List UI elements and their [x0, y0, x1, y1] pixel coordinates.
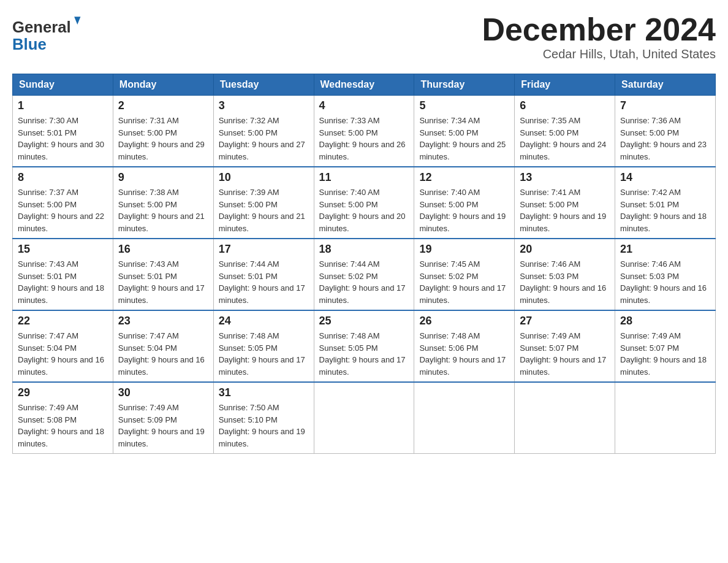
day-cell: 11 Sunrise: 7:40 AMSunset: 5:00 PMDaylig… — [314, 167, 414, 239]
day-number: 4 — [319, 99, 409, 112]
logo-svg: General Blue — [12, 12, 86, 55]
day-number: 30 — [118, 386, 208, 399]
day-info: Sunrise: 7:42 AMSunset: 5:01 PMDaylight:… — [620, 188, 707, 233]
day-number: 24 — [219, 315, 309, 327]
day-number: 2 — [118, 99, 208, 112]
day-info: Sunrise: 7:37 AMSunset: 5:00 PMDaylight:… — [18, 188, 104, 233]
day-number: 17 — [219, 243, 309, 256]
day-info: Sunrise: 7:31 AMSunset: 5:00 PMDaylight:… — [118, 116, 205, 161]
day-cell: 1 Sunrise: 7:30 AMSunset: 5:01 PMDayligh… — [13, 96, 113, 167]
day-cell — [515, 382, 615, 454]
day-number: 19 — [419, 243, 509, 256]
day-info: Sunrise: 7:41 AMSunset: 5:00 PMDaylight:… — [520, 188, 606, 233]
day-info: Sunrise: 7:46 AMSunset: 5:03 PMDaylight:… — [620, 259, 707, 305]
day-number: 21 — [620, 243, 710, 256]
day-cell: 21 Sunrise: 7:46 AMSunset: 5:03 PMDaylig… — [615, 239, 716, 310]
day-cell: 8 Sunrise: 7:37 AMSunset: 5:00 PMDayligh… — [13, 167, 113, 239]
day-info: Sunrise: 7:40 AMSunset: 5:00 PMDaylight:… — [319, 188, 406, 233]
day-number: 22 — [18, 315, 108, 327]
day-cell: 2 Sunrise: 7:31 AMSunset: 5:00 PMDayligh… — [113, 96, 213, 167]
weekday-header-row: SundayMondayTuesdayWednesdayThursdayFrid… — [13, 74, 716, 96]
weekday-header-friday: Friday — [515, 74, 615, 96]
day-info: Sunrise: 7:49 AMSunset: 5:08 PMDaylight:… — [18, 403, 104, 448]
day-cell: 19 Sunrise: 7:45 AMSunset: 5:02 PMDaylig… — [414, 239, 515, 310]
day-cell: 20 Sunrise: 7:46 AMSunset: 5:03 PMDaylig… — [515, 239, 615, 310]
day-info: Sunrise: 7:48 AMSunset: 5:05 PMDaylight:… — [319, 331, 406, 377]
day-number: 10 — [219, 171, 309, 184]
day-cell: 26 Sunrise: 7:48 AMSunset: 5:06 PMDaylig… — [414, 310, 515, 382]
day-cell: 5 Sunrise: 7:34 AMSunset: 5:00 PMDayligh… — [414, 96, 515, 167]
day-cell: 13 Sunrise: 7:41 AMSunset: 5:00 PMDaylig… — [515, 167, 615, 239]
day-number: 9 — [118, 171, 208, 184]
svg-marker-1 — [74, 17, 80, 25]
weekday-header-monday: Monday — [113, 74, 213, 96]
day-info: Sunrise: 7:44 AMSunset: 5:02 PMDaylight:… — [319, 259, 406, 305]
day-cell: 6 Sunrise: 7:35 AMSunset: 5:00 PMDayligh… — [515, 96, 615, 167]
day-number: 25 — [319, 315, 409, 327]
day-cell: 15 Sunrise: 7:43 AMSunset: 5:01 PMDaylig… — [13, 239, 113, 310]
day-number: 20 — [520, 243, 610, 256]
day-cell — [615, 382, 716, 454]
day-cell: 16 Sunrise: 7:43 AMSunset: 5:01 PMDaylig… — [113, 239, 213, 310]
day-number: 18 — [319, 243, 409, 256]
day-cell: 31 Sunrise: 7:50 AMSunset: 5:10 PMDaylig… — [213, 382, 314, 454]
day-number: 31 — [219, 386, 309, 399]
day-info: Sunrise: 7:40 AMSunset: 5:00 PMDaylight:… — [419, 188, 506, 233]
day-number: 13 — [520, 171, 610, 184]
week-row-5: 29 Sunrise: 7:49 AMSunset: 5:08 PMDaylig… — [13, 382, 716, 454]
day-info: Sunrise: 7:36 AMSunset: 5:00 PMDaylight:… — [620, 116, 707, 161]
day-cell: 17 Sunrise: 7:44 AMSunset: 5:01 PMDaylig… — [213, 239, 314, 310]
day-number: 11 — [319, 171, 409, 184]
logo: General Blue — [12, 12, 86, 55]
day-info: Sunrise: 7:43 AMSunset: 5:01 PMDaylight:… — [118, 259, 205, 305]
day-info: Sunrise: 7:47 AMSunset: 5:04 PMDaylight:… — [118, 331, 205, 377]
day-cell: 29 Sunrise: 7:49 AMSunset: 5:08 PMDaylig… — [13, 382, 113, 454]
day-number: 14 — [620, 171, 710, 184]
day-cell — [314, 382, 414, 454]
day-info: Sunrise: 7:38 AMSunset: 5:00 PMDaylight:… — [118, 188, 205, 233]
day-cell: 10 Sunrise: 7:39 AMSunset: 5:00 PMDaylig… — [213, 167, 314, 239]
day-info: Sunrise: 7:49 AMSunset: 5:09 PMDaylight:… — [118, 403, 205, 448]
title-section: December 2024 Cedar Hills, Utah, United … — [482, 12, 716, 61]
day-number: 8 — [18, 171, 108, 184]
day-number: 27 — [520, 315, 610, 327]
weekday-header-thursday: Thursday — [414, 74, 515, 96]
day-info: Sunrise: 7:43 AMSunset: 5:01 PMDaylight:… — [18, 259, 104, 305]
day-cell: 30 Sunrise: 7:49 AMSunset: 5:09 PMDaylig… — [113, 382, 213, 454]
week-row-2: 8 Sunrise: 7:37 AMSunset: 5:00 PMDayligh… — [13, 167, 716, 239]
day-cell: 4 Sunrise: 7:33 AMSunset: 5:00 PMDayligh… — [314, 96, 414, 167]
day-info: Sunrise: 7:49 AMSunset: 5:07 PMDaylight:… — [620, 331, 707, 377]
day-number: 6 — [520, 99, 610, 112]
day-cell: 18 Sunrise: 7:44 AMSunset: 5:02 PMDaylig… — [314, 239, 414, 310]
day-info: Sunrise: 7:39 AMSunset: 5:00 PMDaylight:… — [219, 188, 305, 233]
day-cell: 9 Sunrise: 7:38 AMSunset: 5:00 PMDayligh… — [113, 167, 213, 239]
calendar-table: SundayMondayTuesdayWednesdayThursdayFrid… — [12, 74, 716, 454]
weekday-header-tuesday: Tuesday — [213, 74, 314, 96]
day-info: Sunrise: 7:45 AMSunset: 5:02 PMDaylight:… — [419, 259, 506, 305]
day-number: 5 — [419, 99, 509, 112]
day-number: 1 — [18, 99, 108, 112]
day-cell: 7 Sunrise: 7:36 AMSunset: 5:00 PMDayligh… — [615, 96, 716, 167]
day-info: Sunrise: 7:33 AMSunset: 5:00 PMDaylight:… — [319, 116, 406, 161]
day-info: Sunrise: 7:32 AMSunset: 5:00 PMDaylight:… — [219, 116, 305, 161]
day-info: Sunrise: 7:48 AMSunset: 5:05 PMDaylight:… — [219, 331, 305, 377]
day-cell: 22 Sunrise: 7:47 AMSunset: 5:04 PMDaylig… — [13, 310, 113, 382]
day-cell: 28 Sunrise: 7:49 AMSunset: 5:07 PMDaylig… — [615, 310, 716, 382]
week-row-4: 22 Sunrise: 7:47 AMSunset: 5:04 PMDaylig… — [13, 310, 716, 382]
day-number: 26 — [419, 315, 509, 327]
day-info: Sunrise: 7:34 AMSunset: 5:00 PMDaylight:… — [419, 116, 506, 161]
day-number: 3 — [219, 99, 309, 112]
weekday-header-sunday: Sunday — [13, 74, 113, 96]
weekday-header-saturday: Saturday — [615, 74, 716, 96]
day-number: 12 — [419, 171, 509, 184]
day-info: Sunrise: 7:50 AMSunset: 5:10 PMDaylight:… — [219, 403, 305, 448]
day-cell: 12 Sunrise: 7:40 AMSunset: 5:00 PMDaylig… — [414, 167, 515, 239]
day-cell: 27 Sunrise: 7:49 AMSunset: 5:07 PMDaylig… — [515, 310, 615, 382]
month-title: December 2024 — [482, 12, 716, 47]
day-info: Sunrise: 7:47 AMSunset: 5:04 PMDaylight:… — [18, 331, 104, 377]
svg-text:Blue: Blue — [12, 36, 47, 53]
page-header: General Blue December 2024 Cedar Hills, … — [12, 12, 716, 61]
weekday-header-wednesday: Wednesday — [314, 74, 414, 96]
day-cell — [414, 382, 515, 454]
day-number: 28 — [620, 315, 710, 327]
